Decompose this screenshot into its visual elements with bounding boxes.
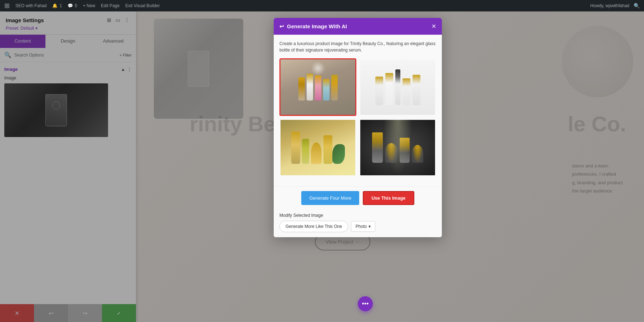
- generate-four-more-button[interactable]: Generate Four More: [301, 191, 359, 205]
- dark-bottle-4: [412, 145, 423, 163]
- white-bottle-2: [385, 73, 393, 105]
- image-grid: [279, 58, 436, 176]
- gold-bottle-2: [302, 139, 309, 164]
- white-bottle-3: [395, 69, 400, 105]
- modal-footer: Generate Four More Use This Image: [274, 186, 442, 209]
- admin-bar: ⊞ SEO with Fahad 🔔 1 💬 0 + New Edit Page…: [0, 0, 644, 11]
- modal-header: ↩ Generate Image With AI ✕: [274, 18, 442, 35]
- notifications[interactable]: 🔔 1: [52, 3, 62, 8]
- edit-page-link[interactable]: Edit Page: [101, 3, 119, 8]
- use-this-image-button[interactable]: Use This Image: [363, 191, 414, 205]
- bottle-4: [323, 79, 330, 101]
- modal-description: Create a luxurious product image for Tri…: [279, 40, 436, 53]
- white-bottle-1: [375, 77, 383, 105]
- modal-title: ↩ Generate Image With AI: [279, 23, 347, 30]
- bottle-1: [298, 77, 305, 101]
- dots-icon: •••: [362, 300, 369, 308]
- gold-bottle-1: [291, 132, 300, 164]
- image-option-3[interactable]: [279, 119, 356, 176]
- floating-dots-button[interactable]: •••: [358, 296, 373, 311]
- modify-label: Modify Selected Image: [279, 213, 436, 218]
- site-name[interactable]: SEO with Fahad: [15, 3, 47, 8]
- comment-icon: 💬: [68, 3, 73, 8]
- modify-row: Generate More Like This One Photo ▾: [279, 221, 436, 232]
- search-icon[interactable]: 🔍: [634, 3, 640, 9]
- chevron-down-icon: ▾: [369, 224, 371, 229]
- comments[interactable]: 💬 0: [68, 3, 77, 8]
- leaf-element: [332, 144, 345, 164]
- modal-title-icon: ↩: [279, 23, 284, 30]
- white-bottle-4: [402, 78, 410, 105]
- style-select[interactable]: Photo ▾: [351, 221, 375, 232]
- dark-bottle-1: [372, 132, 383, 163]
- modal-body: Create a luxurious product image for Tri…: [274, 35, 442, 186]
- bell-icon: 🔔: [52, 3, 58, 8]
- wordpress-logo-icon[interactable]: ⊞: [4, 2, 10, 10]
- gold-bottle-4: [323, 135, 332, 164]
- exit-builder-link[interactable]: Exit Visual Builder: [125, 3, 160, 8]
- comment-count: 0: [75, 3, 77, 8]
- bottle-3: [315, 75, 321, 101]
- generate-more-like-button[interactable]: Generate More Like This One: [279, 221, 348, 232]
- user-greeting: Howdy, wpwithfahad: [590, 3, 629, 8]
- gold-bottle-3: [311, 142, 322, 164]
- style-selected-value: Photo: [356, 224, 367, 229]
- bottle-5: [331, 75, 338, 101]
- new-button[interactable]: + New: [83, 3, 95, 8]
- white-bottle-5: [413, 75, 420, 105]
- modal-title-text: Generate Image With AI: [287, 23, 347, 29]
- modify-section: Modify Selected Image Generate More Like…: [274, 209, 442, 237]
- image-option-2[interactable]: [359, 58, 436, 116]
- image-option-1[interactable]: [279, 58, 356, 116]
- modal-close-button[interactable]: ✕: [431, 23, 436, 30]
- image-option-4[interactable]: [359, 119, 436, 176]
- bottle-2: [307, 74, 313, 101]
- notification-count: 1: [59, 3, 62, 8]
- generate-image-modal: ↩ Generate Image With AI ✕ Create a luxu…: [274, 18, 442, 237]
